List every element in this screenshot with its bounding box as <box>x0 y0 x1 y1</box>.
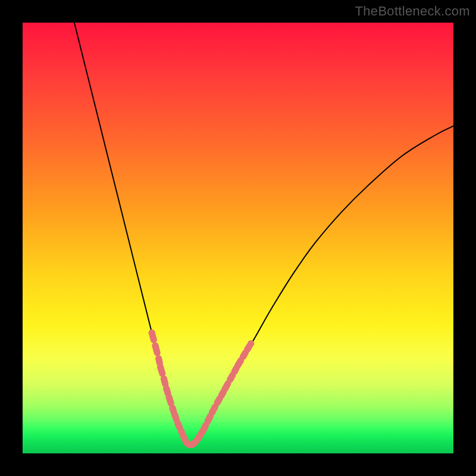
marker-dot <box>201 427 207 433</box>
chart-svg <box>23 23 453 453</box>
marker-dot <box>218 392 225 399</box>
marker-dot <box>240 353 246 360</box>
marker-dot <box>235 362 242 368</box>
marker-dot <box>248 340 254 347</box>
marker-dot <box>244 346 250 352</box>
marker-dot <box>174 420 181 427</box>
marker-dot <box>178 428 184 434</box>
marker-dot <box>169 405 176 411</box>
marker-dot <box>155 355 162 362</box>
marker-dot <box>231 368 238 375</box>
marker-dot <box>214 399 221 406</box>
marker-dot <box>227 376 233 383</box>
marker-dot <box>152 343 158 349</box>
marker-dot <box>180 434 187 440</box>
marker-dot <box>166 394 173 400</box>
watermark-text: TheBottleneck.com <box>355 4 470 19</box>
bottleneck-curve-path <box>74 23 453 446</box>
marker-dot <box>161 375 167 382</box>
marker-dot <box>222 386 228 392</box>
marker-dot <box>157 364 164 371</box>
marker-dot <box>205 418 211 424</box>
chart-frame: TheBottleneck.com <box>0 0 476 476</box>
marker-dot <box>209 409 215 416</box>
marker-dot <box>163 386 170 392</box>
plot-area <box>23 23 453 453</box>
marker-dot <box>149 330 155 336</box>
marker-dot <box>171 411 178 418</box>
marker-group <box>149 330 255 448</box>
